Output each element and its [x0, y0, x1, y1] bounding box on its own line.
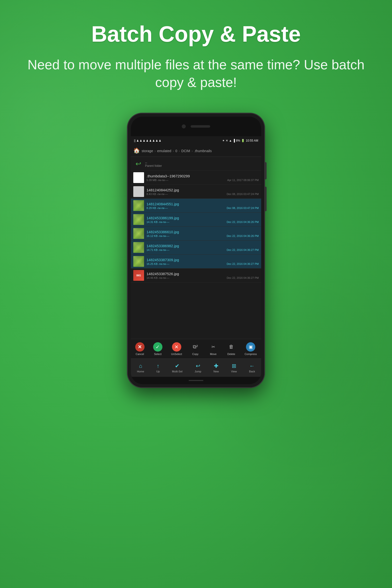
- multisel-nav-label: Multi-Sel: [172, 370, 182, 373]
- select-label: Select: [154, 352, 162, 356]
- page-title: Batch Copy & Paste: [0, 0, 392, 51]
- back-nav-button[interactable]: ← Back: [248, 362, 256, 374]
- select-button[interactable]: ✓ Select: [152, 341, 164, 356]
- file-date: Apr 11, 2017 08:06:37 PM: [227, 178, 259, 182]
- phone-top-bezel: [131, 116, 261, 136]
- parent-folder-icon: ↩: [133, 159, 143, 168]
- new-nav-button[interactable]: ✚ New: [212, 362, 220, 374]
- file-row[interactable]: IMG 1482453387526.jpg 14.46 KB -rw-rw---…: [131, 268, 261, 282]
- file-size: 14.31 KB -rw-rw----: [146, 220, 170, 224]
- file-name: 1482453386610.jpg: [146, 230, 259, 234]
- copy-label: Copy: [192, 352, 198, 356]
- view-nav-button[interactable]: ⊞ View: [230, 362, 238, 374]
- breadcrumb-dcim[interactable]: DCIM: [181, 149, 190, 153]
- speaker-bar: [190, 125, 210, 128]
- up-nav-label: Up: [156, 370, 160, 373]
- move-button[interactable]: ✂ Move: [207, 341, 220, 356]
- copy-button[interactable]: ⧉² Copy: [189, 341, 202, 356]
- file-row[interactable]: 1482453386610.jpg 16.12 KB -rw-rw---- De…: [131, 226, 261, 240]
- compress-label: Compress: [244, 352, 257, 356]
- breadcrumb-thumbnails[interactable]: .thumbnails: [194, 149, 212, 153]
- file-size: 8.43 KB -rw-rw----: [146, 192, 168, 196]
- file-name: 1482453386199.jpg: [146, 216, 259, 220]
- file-row[interactable]: 1482453387309.jpg 16.25 KB -rw-rw---- De…: [131, 254, 261, 268]
- file-thumbnail: [133, 228, 144, 239]
- breadcrumb-sep4: ›: [192, 149, 193, 153]
- file-size: 14.46 KB -rw-rw----: [146, 276, 170, 279]
- unselect-label: UnSelect: [171, 352, 182, 356]
- cancel-label: Cancel: [136, 352, 144, 356]
- breadcrumb-sep3: ›: [178, 149, 180, 153]
- file-thumbnail: IMG: [133, 270, 144, 281]
- phone-device: ⣿ ♟ ♟ ♟ ♟ ♟ ♟ ♟ ♟ ✶ ✕ ▲ ▐ 8% 🔋 10:55 AM …: [128, 113, 264, 388]
- wifi-icon: ▲: [229, 139, 232, 142]
- unselect-button[interactable]: ✕ UnSelect: [170, 341, 184, 356]
- breadcrumb-sep1: ›: [154, 149, 156, 153]
- copy-icon: ⧉²: [190, 342, 200, 352]
- file-name: 1481240844551.jpg: [146, 202, 259, 206]
- new-nav-icon: ✚: [214, 363, 218, 369]
- file-name: 1481240844252.jpg: [146, 188, 259, 192]
- up-nav-button[interactable]: ↑ Up: [155, 362, 161, 374]
- delete-button[interactable]: 🗑 Delete: [225, 341, 238, 356]
- back-nav-label: Back: [249, 370, 255, 373]
- file-name: 1482453386982.jpg: [146, 244, 259, 248]
- view-nav-icon: ⊞: [232, 363, 236, 369]
- unselect-icon: ✕: [172, 342, 181, 352]
- home-nav-button[interactable]: ⌂ Home: [136, 362, 146, 374]
- nav-bar: ⌂ Home ↑ Up ✔ Multi-Sel ↩ Jump ✚ N: [131, 358, 261, 377]
- file-thumbnail: [133, 256, 144, 267]
- trash-icon: 🗑: [226, 342, 236, 352]
- status-bar: ⣿ ♟ ♟ ♟ ♟ ♟ ♟ ♟ ♟ ✶ ✕ ▲ ▐ 8% 🔋 10:55 AM: [131, 136, 261, 145]
- battery-percent: 8%: [236, 139, 240, 142]
- parent-folder-label: Parent folder: [145, 164, 162, 168]
- file-date: Dec 08, 2016 03:47:24 PM: [226, 192, 259, 196]
- file-thumbnail: [133, 172, 144, 183]
- file-size: 16.12 KB -rw-rw----: [146, 234, 170, 238]
- camera-icon: [182, 124, 186, 128]
- file-row[interactable]: 1482453386199.jpg 14.31 KB -rw-rw---- De…: [131, 213, 261, 226]
- file-row[interactable]: 1482453386982.jpg 14.71 KB -rw-rw---- De…: [131, 240, 261, 254]
- signal-icon: ▐: [233, 139, 235, 142]
- file-date: Dec 22, 2016 04:36:27 PM: [226, 262, 259, 265]
- up-nav-icon: ↑: [157, 363, 160, 369]
- bluetooth-icon: ✶: [222, 139, 225, 142]
- action-toolbar: ✕ Cancel ✓ Select ✕ UnSelect ⧉² Copy ✂: [131, 339, 261, 358]
- file-thumbnail: [133, 186, 144, 197]
- new-nav-label: New: [214, 370, 219, 373]
- page-subtitle: Need to move multiple files at the same …: [0, 51, 392, 106]
- file-size: 5.39 MB -rw-rw----: [146, 178, 168, 182]
- file-name: 1482453387526.jpg: [146, 272, 259, 276]
- breadcrumb-storage[interactable]: storage: [142, 149, 153, 153]
- file-name: .thumbdata3--1967290299: [146, 174, 259, 178]
- file-row[interactable]: .thumbdata3--1967290299 5.39 MB -rw-rw--…: [131, 171, 261, 185]
- breadcrumb-0[interactable]: 0: [176, 149, 178, 153]
- jump-nav-button[interactable]: ↩ Jump: [193, 362, 203, 374]
- file-row[interactable]: 1481240844551.jpg 8.29 KB -rw-rw---- Dec…: [131, 199, 261, 213]
- jump-nav-label: Jump: [195, 370, 202, 373]
- home-indicator: [189, 380, 203, 381]
- file-thumbnail: [133, 200, 144, 211]
- file-date: Dec 22, 2016 04:36:26 PM: [226, 220, 259, 224]
- wifi-x-icon: ✕: [226, 139, 228, 142]
- multisel-nav-icon: ✔: [175, 363, 179, 369]
- breadcrumb-emulated[interactable]: emulated: [157, 149, 171, 153]
- file-thumbnail: [133, 214, 144, 225]
- breadcrumb-bar: 🏠 storage › emulated › 0 › DCIM › .thumb…: [131, 145, 261, 157]
- file-size: 14.71 KB -rw-rw----: [146, 248, 170, 251]
- multisel-nav-button[interactable]: ✔ Multi-Sel: [170, 362, 184, 374]
- file-date: Dec 22, 2016 04:36:27 PM: [226, 276, 259, 279]
- cancel-button[interactable]: ✕ Cancel: [134, 341, 146, 356]
- parent-folder-row[interactable]: ↩ .. Parent folder: [131, 157, 261, 171]
- battery-icon: 🔋: [241, 139, 245, 142]
- phone-bottom-bezel: [131, 377, 261, 384]
- select-icon: ✓: [153, 342, 162, 352]
- file-list: ↩ .. Parent folder .thumbdata3--19672902…: [131, 157, 261, 339]
- file-size: 8.29 KB -rw-rw----: [146, 206, 168, 210]
- compress-button[interactable]: ▣ Compress: [243, 341, 258, 356]
- file-row[interactable]: 1481240844252.jpg 8.43 KB -rw-rw---- Dec…: [131, 185, 261, 199]
- move-label: Move: [210, 352, 216, 356]
- breadcrumb-sep2: ›: [173, 149, 174, 153]
- home-breadcrumb-icon: 🏠: [133, 148, 140, 154]
- file-date: Dec 22, 2016 04:36:26 PM: [226, 234, 259, 238]
